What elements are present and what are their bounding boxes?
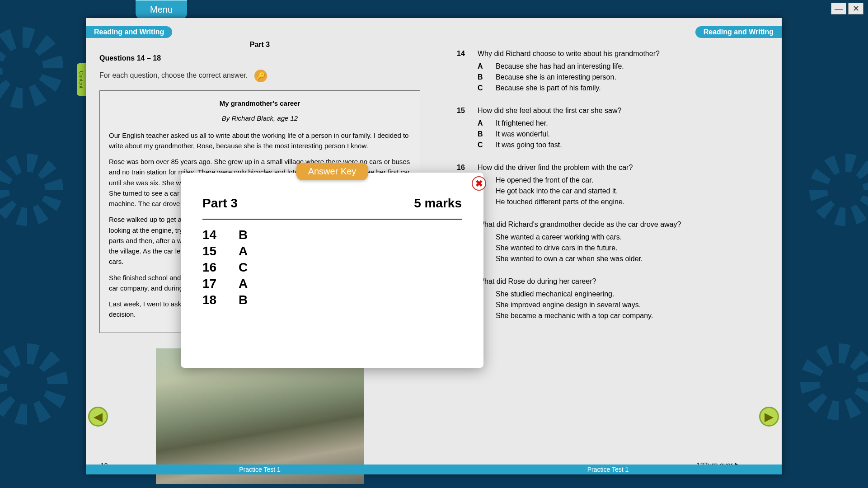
answer-number: 17 [202,277,239,291]
answer-letter: A [239,244,248,258]
answer-letter: A [239,277,248,291]
answer-row: 14B [202,228,462,242]
answer-number: 16 [202,260,239,275]
answer-number: 18 [202,293,239,307]
answer-number: 14 [202,228,239,242]
answer-number: 15 [202,244,239,258]
answer-key-popup: Answer Key ✖ Part 3 5 marks 14B15A16C17A… [181,173,483,368]
answer-row: 16C [202,260,462,275]
answer-letter: B [239,293,248,307]
answer-letter: B [239,228,248,242]
answer-row: 18B [202,293,462,307]
modal-overlay: Answer Key ✖ Part 3 5 marks 14B15A16C17A… [0,0,868,488]
popup-title-tab: Answer Key [296,163,368,180]
answer-letter: C [239,260,248,275]
answer-row: 17A [202,277,462,291]
answer-row: 15A [202,244,462,258]
popup-close-button[interactable]: ✖ [472,176,486,191]
popup-part-label: Part 3 [202,196,238,211]
popup-marks-label: 5 marks [414,196,462,211]
